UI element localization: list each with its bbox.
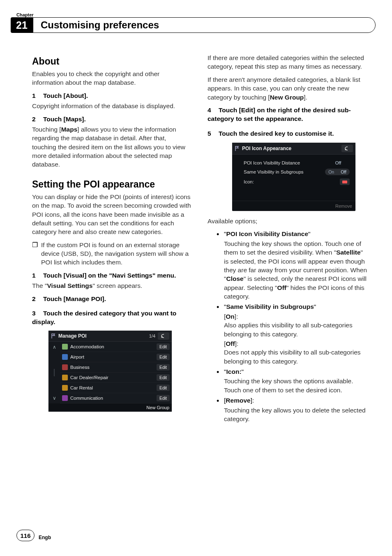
satellite-strong: Satellite (336, 249, 360, 256)
step-text: Touch the desired key to customise it. (219, 130, 334, 137)
step-text: Touch [Visual] on the "Navi Settings" me… (43, 272, 176, 279)
list-item[interactable]: Communication Edit (60, 393, 172, 403)
body-part: ]. (304, 94, 307, 101)
managepoi-screenshot: Manage POI 1/4 ∧ ∨ Accommodation Edit (48, 331, 172, 412)
poiapp-row-same-visibility: Same Visibility in Subgroups On Off (244, 169, 350, 175)
step-number: 1 (32, 92, 36, 99)
note-text: If the custom POI is found on an externa… (41, 241, 192, 267)
poi-heading: Setting the POI appearance (32, 179, 192, 190)
step-number: 2 (32, 116, 36, 123)
bed-icon (342, 181, 347, 183)
step-number: 5 (208, 130, 211, 137)
option-title: Same Visibility in Subgroups (226, 303, 314, 310)
off-strong: Off (226, 340, 235, 347)
poi-intro: You can display or hide the POI (points … (32, 192, 192, 236)
step-text: Touch [Edit] on the right of the desired… (208, 107, 351, 122)
list-item[interactable]: Airport Edit (60, 352, 172, 362)
list-item[interactable]: Car Rental Edit (60, 383, 172, 393)
poiapp-row-visibility-distance[interactable]: POI Icon Visibility Distance Off (244, 160, 350, 165)
right-p1a: If there are more detailed categories wi… (208, 53, 367, 71)
managepoi-list: Accommodation Edit Airport Edit Business… (60, 342, 172, 403)
scroll-track (54, 369, 55, 376)
step-text: Touch [Maps]. (43, 116, 86, 123)
option-remove: [Remove]: Touching the key allows you to… (217, 396, 367, 423)
poiapp-titlebar: POI Icon Appearance (232, 143, 355, 155)
chapter-title: Customising preferences (33, 17, 376, 33)
chapter-label: Chapter (16, 12, 34, 17)
back-button[interactable] (158, 332, 169, 340)
same-visibility-toggle[interactable]: On Off (325, 169, 350, 175)
new-group-button[interactable]: New Group (146, 405, 169, 410)
about-step-2: 2 Touch [Maps]. (32, 115, 192, 123)
off-strong: Off (277, 284, 286, 291)
poiapp-screenshot: POI Icon Appearance POI Icon Visibility … (232, 143, 355, 211)
category-icon (62, 385, 68, 391)
poi-step-5: 5 Touch the desired key to customise it. (208, 129, 367, 138)
category-label: Airport (70, 354, 157, 359)
scroll-down-icon: ∨ (53, 395, 56, 401)
managepoi-scrollbar[interactable]: ∧ ∨ (48, 342, 60, 403)
category-label: Business (70, 365, 157, 370)
list-item[interactable]: Car Dealer/Repair Edit (60, 373, 172, 383)
option-title: POI Icon Visibility Distance (226, 230, 309, 237)
toggle-on[interactable]: On (325, 169, 337, 175)
step-text: Touch [Manage POI]. (43, 295, 106, 302)
step-number: 4 (208, 107, 211, 114)
edit-button[interactable]: Edit (157, 364, 170, 371)
edit-button[interactable]: Edit (157, 395, 170, 401)
about-step-2-body: Touching [Maps] allows you to view the i… (32, 125, 192, 169)
category-icon (62, 395, 68, 401)
option-body: Touching the key allows you to delete th… (224, 406, 367, 424)
edit-button[interactable]: Edit (157, 374, 170, 381)
list-item[interactable]: Accommodation Edit (60, 342, 172, 352)
poiapp-row-icon[interactable]: Icon: (244, 178, 350, 185)
option-on: [On]: Also applies this visibility to al… (224, 312, 367, 338)
option-visibility-distance: "POI Icon Visibility Distance" Touching … (217, 229, 367, 301)
poi-step-1-body: The "Visual Settings" screen appears. (32, 281, 192, 290)
poiapp-title: POI Icon Appearance (242, 146, 341, 151)
poiapp-row-label: Same Visibility in Subgroups (244, 169, 325, 174)
flag-icon (235, 146, 240, 151)
new-group-strong: New Group (270, 94, 304, 101)
icon-preview (340, 178, 350, 185)
language-code: Engb (39, 535, 51, 540)
left-column: About Enables you to check the copyright… (32, 53, 192, 427)
step-text: Touch [About]. (43, 92, 88, 99)
managepoi-page-indicator: 1/4 (149, 334, 155, 338)
back-icon (160, 334, 167, 338)
close-strong: Close (226, 275, 244, 282)
category-icon (62, 375, 68, 380)
options-list: "POI Icon Visibility Distance" Touching … (217, 229, 367, 423)
list-item[interactable]: Business Edit (60, 362, 172, 373)
toggle-off[interactable]: Off (337, 169, 350, 175)
category-label: Communication (70, 396, 157, 401)
right-p1b: If there aren't anymore detailed categor… (208, 75, 367, 102)
chapter-number-badge: 21 (11, 17, 33, 33)
poiapp-row-label: POI Icon Visibility Distance (244, 160, 327, 165)
remove-button[interactable]: Remove (335, 204, 352, 208)
edit-button[interactable]: Edit (157, 385, 170, 391)
step-number: 1 (32, 272, 36, 279)
back-button[interactable] (341, 145, 353, 152)
note-icon: ❐ (32, 241, 41, 267)
option-body: Touching the key shows the option. Touch… (224, 239, 367, 301)
option-icon: "Icon:" Touching the key shows the optio… (217, 367, 367, 394)
about-intro: Enables you to check the copyright and o… (32, 70, 192, 87)
on-strong: On (226, 313, 235, 320)
option-same-visibility: "Same Visibility in Subgroups" [On]: Als… (217, 302, 367, 366)
step-text: Touch the desired category that you want… (32, 310, 176, 325)
category-label: Car Dealer/Repair (70, 375, 157, 380)
body-part: The " (32, 282, 47, 289)
step-number: 3 (32, 310, 36, 317)
category-label: Accommodation (70, 344, 157, 349)
about-step-1-body: Copyright information of the database is… (32, 102, 192, 110)
body-part: Touching [ (32, 126, 61, 133)
poi-step-1: 1 Touch [Visual] on the "Navi Settings" … (32, 271, 192, 280)
category-icon (62, 364, 68, 370)
page-number: 116 (16, 530, 35, 541)
poiapp-row-label: Icon: (244, 179, 327, 184)
category-icon (62, 344, 68, 350)
edit-button[interactable]: Edit (157, 343, 170, 350)
option-title: Icon: (226, 368, 242, 375)
edit-button[interactable]: Edit (157, 354, 170, 360)
